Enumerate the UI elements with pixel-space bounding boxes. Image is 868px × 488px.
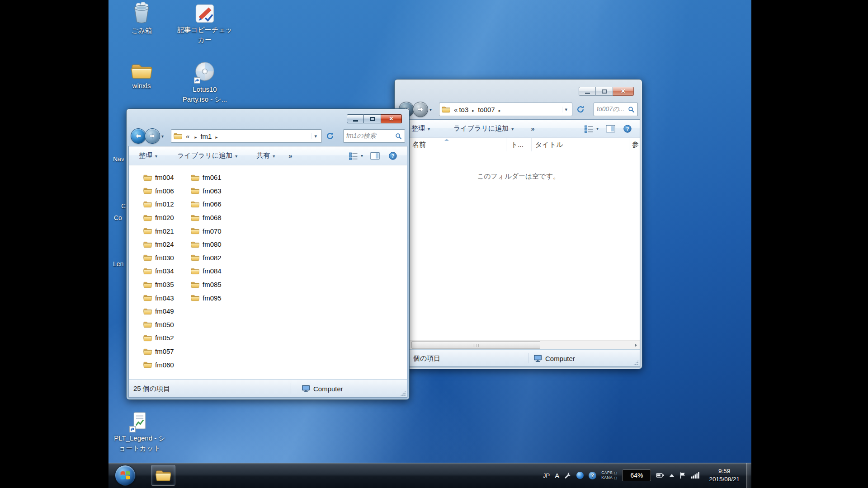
change-view-button[interactable] bbox=[349, 152, 363, 160]
address-dropdown-arrow[interactable] bbox=[311, 133, 319, 139]
preview-pane-button[interactable] bbox=[370, 152, 380, 160]
organize-menu[interactable]: 整理 bbox=[139, 151, 157, 160]
minimize-button[interactable] bbox=[579, 87, 596, 96]
ime-tools-icon[interactable] bbox=[564, 472, 571, 479]
breadcrumb-item[interactable]: to007 bbox=[478, 106, 505, 113]
ime-help-icon[interactable]: ? bbox=[589, 472, 596, 479]
folder-item[interactable]: fm024 bbox=[141, 238, 177, 251]
preview-pane-button[interactable] bbox=[606, 125, 615, 133]
search-box[interactable]: fm1の検索 bbox=[343, 129, 405, 143]
close-button[interactable]: × bbox=[613, 87, 634, 96]
add-to-library-menu[interactable]: ライブラリに追加 bbox=[177, 151, 237, 160]
folder-item[interactable]: fm068 bbox=[188, 211, 224, 225]
folder-item[interactable]: fm095 bbox=[188, 291, 224, 305]
start-button[interactable] bbox=[115, 465, 136, 486]
folder-item[interactable]: fm084 bbox=[188, 264, 224, 278]
breadcrumb-overflow-chevron[interactable]: « bbox=[186, 132, 189, 140]
column-header-title[interactable]: タイトル bbox=[532, 138, 629, 151]
scroll-right-button[interactable] bbox=[632, 341, 640, 349]
title-bar[interactable]: × bbox=[395, 80, 642, 99]
toolbar-overflow-chevron[interactable]: » bbox=[531, 125, 534, 132]
column-header-name[interactable]: 名前 bbox=[397, 138, 506, 151]
folder-item[interactable]: fm070 bbox=[188, 224, 224, 238]
ime-mode-indicator[interactable]: A bbox=[555, 472, 559, 479]
forward-button[interactable] bbox=[413, 102, 428, 117]
folder-item[interactable]: fm049 bbox=[141, 305, 177, 318]
breadcrumb-item[interactable]: fm1 bbox=[200, 132, 221, 140]
maximize-button[interactable] bbox=[364, 114, 381, 123]
back-button[interactable] bbox=[131, 128, 146, 144]
folder-item[interactable]: fm035 bbox=[141, 278, 177, 291]
breadcrumb-item[interactable]: to3 bbox=[459, 106, 478, 113]
desktop-icon-lotus-iso[interactable]: Lotus10 Party.iso - シ... bbox=[175, 61, 234, 103]
address-bar[interactable]: « to3 to007 bbox=[439, 103, 572, 116]
maximize-button[interactable] bbox=[596, 87, 613, 96]
folder-item[interactable]: fm063 bbox=[188, 184, 224, 198]
desktop-icon-recycle-bin[interactable]: ごみ箱 bbox=[112, 2, 171, 35]
ime-language-indicator[interactable]: JP bbox=[543, 472, 550, 479]
folder-item[interactable]: fm050 bbox=[141, 318, 177, 332]
file-list-area[interactable]: このフォルダーは空です。 bbox=[397, 151, 640, 340]
folder-item[interactable]: fm012 bbox=[141, 197, 177, 211]
address-bar[interactable]: « fm1 bbox=[171, 129, 322, 143]
kana-indicator: KANA bbox=[601, 476, 617, 480]
network-signal-icon[interactable] bbox=[691, 472, 699, 479]
share-menu[interactable]: 共有 bbox=[256, 151, 275, 160]
folder-item[interactable]: fm080 bbox=[188, 238, 224, 251]
column-header-ref[interactable]: 参 bbox=[629, 138, 640, 151]
folder-item[interactable]: fm043 bbox=[141, 291, 177, 305]
tray-app-icon[interactable] bbox=[576, 472, 584, 479]
organize-menu[interactable]: 整理 bbox=[411, 124, 430, 133]
desktop-icon-plt-legend[interactable]: PLT_Legend - シ ョートカット bbox=[110, 411, 169, 452]
search-box[interactable]: to007の... bbox=[594, 103, 638, 116]
folder-item[interactable]: fm082 bbox=[188, 251, 224, 265]
folder-item[interactable]: fm085 bbox=[188, 278, 224, 291]
refresh-button[interactable] bbox=[324, 130, 336, 142]
title-bar[interactable]: × bbox=[127, 109, 409, 126]
recent-pages-dropdown[interactable]: ▾ bbox=[161, 134, 164, 139]
folder-item[interactable]: fm021 bbox=[141, 224, 177, 238]
power-plug-icon[interactable] bbox=[656, 473, 665, 478]
folder-item[interactable]: fm066 bbox=[188, 197, 224, 211]
scrollbar-thumb[interactable] bbox=[411, 341, 540, 349]
tray-clock[interactable]: 9:59 2015/08/21 bbox=[709, 467, 740, 483]
close-button[interactable]: × bbox=[381, 114, 402, 123]
resize-grip[interactable] bbox=[400, 390, 406, 396]
refresh-button[interactable] bbox=[574, 103, 586, 116]
desktop-icon-article-checker[interactable]: 記事コピーチェッ カー bbox=[175, 4, 234, 44]
folder-item[interactable]: fm030 bbox=[141, 251, 177, 265]
recent-pages-dropdown[interactable]: ▾ bbox=[429, 107, 432, 112]
scrollbar-track[interactable] bbox=[405, 341, 632, 349]
battery-indicator[interactable]: 64% bbox=[622, 469, 651, 481]
folder-item[interactable]: fm034 bbox=[141, 264, 177, 278]
change-view-button[interactable] bbox=[584, 125, 599, 133]
toolbar-overflow-chevron[interactable]: » bbox=[288, 152, 292, 160]
shortcut-arrow-icon bbox=[129, 426, 136, 432]
show-desktop-button[interactable] bbox=[746, 463, 751, 488]
help-button[interactable] bbox=[389, 152, 397, 160]
address-dropdown-arrow[interactable] bbox=[562, 107, 570, 113]
column-header-date[interactable]: ト... bbox=[506, 138, 532, 151]
folder-item[interactable]: fm061 bbox=[188, 171, 224, 184]
action-center-flag-icon[interactable] bbox=[679, 472, 686, 479]
breadcrumb-item[interactable] bbox=[191, 132, 200, 140]
folder-item[interactable]: fm020 bbox=[141, 211, 177, 225]
forward-button[interactable] bbox=[145, 128, 160, 144]
add-to-library-menu[interactable]: ライブラリに追加 bbox=[453, 124, 514, 133]
show-hidden-icons-button[interactable] bbox=[670, 474, 674, 477]
minimize-button[interactable] bbox=[347, 114, 364, 123]
folder-item[interactable]: fm057 bbox=[141, 345, 177, 358]
help-button[interactable] bbox=[623, 125, 632, 133]
folder-item[interactable]: fm052 bbox=[141, 331, 177, 345]
breadcrumb-overflow-chevron[interactable]: « bbox=[454, 106, 458, 113]
folder-item[interactable]: fm060 bbox=[141, 358, 177, 371]
desktop-icon-winxls[interactable]: winxls bbox=[112, 62, 171, 90]
file-list-area[interactable]: fm004 fm006 fm012 fm020 fm021 bbox=[129, 165, 407, 379]
resize-grip[interactable] bbox=[633, 360, 639, 366]
folder-item[interactable]: fm004 bbox=[141, 171, 177, 184]
window-body: 整理 ライブラリに追加 » 名前 ト... タイトル 参 このフォルダーは空です… bbox=[396, 119, 640, 367]
horizontal-scrollbar[interactable] bbox=[397, 340, 640, 349]
taskbar-explorer-button[interactable] bbox=[151, 465, 175, 486]
folder-item[interactable]: fm006 bbox=[141, 184, 177, 198]
ime-key-status[interactable]: CAPS KANA bbox=[601, 471, 617, 480]
